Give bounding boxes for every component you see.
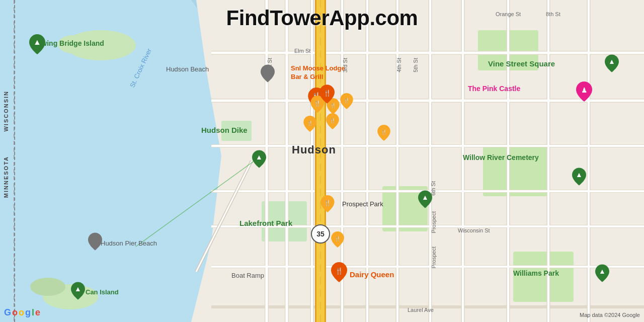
svg-text:35: 35 — [316, 230, 325, 238]
svg-text:🍴: 🍴 — [344, 98, 350, 104]
marker-dairy-queen[interactable]: 🍴 — [331, 262, 347, 285]
svg-rect-11 — [262, 201, 307, 242]
label-wisconsin-st: Wisconsin St — [458, 227, 490, 233]
label-swing-bridge-island: Swing Bridge Island — [37, 39, 104, 47]
svg-line-54 — [136, 161, 254, 247]
map-data-credit: Map data ©2024 Google — [580, 312, 640, 318]
svg-rect-48 — [315, 0, 326, 322]
marker-hudson-beach[interactable] — [261, 64, 275, 85]
marker-can-island[interactable]: ▲ — [71, 282, 85, 302]
svg-text:▲: ▲ — [256, 153, 263, 161]
svg-point-4 — [58, 35, 88, 53]
marker-food-7[interactable]: 🍴 — [377, 125, 390, 143]
svg-line-52 — [196, 161, 252, 272]
svg-text:🍴: 🍴 — [307, 120, 313, 126]
marker-snl-moose-2[interactable]: 🍴 — [319, 85, 335, 106]
marker-prospect-park[interactable]: ▲ — [418, 190, 432, 210]
marker-food-3[interactable]: 🍴 — [340, 93, 353, 111]
marker-food-4[interactable]: 🍴 — [303, 116, 316, 134]
map-container[interactable]: 35 FindTowerApp.com WISCONSIN MINNESOTA … — [0, 0, 644, 322]
label-elm-st: Elm St — [294, 48, 310, 54]
svg-text:🍴: 🍴 — [324, 89, 332, 97]
svg-text:▲: ▲ — [33, 38, 41, 46]
state-border — [14, 0, 15, 322]
label-the-pink-castle: The Pink Castle — [468, 85, 520, 93]
label-willow-river-cemetery: Willow River Cemetery — [463, 153, 539, 162]
label-prospect-park: Prospect Park — [342, 200, 383, 208]
label-vine-street-square: Vine Street Square — [488, 59, 555, 68]
svg-text:▲: ▲ — [74, 285, 82, 293]
svg-point-3 — [65, 30, 136, 60]
marker-food-lakefront2[interactable]: 🍴 — [331, 231, 344, 250]
label-hudson-pier-beach: Hudson Pier Beach — [101, 239, 157, 247]
label-8th-st: 8th St — [546, 11, 560, 17]
marker-hudson-dike[interactable]: ▲ — [252, 150, 266, 170]
label-4th-st: 4th St — [396, 58, 402, 72]
state-label-wisconsin: WISCONSIN — [3, 91, 9, 132]
label-snl-moose-lodge: Snl Moose Lodge Bar & Grill — [291, 64, 356, 82]
svg-text:♟: ♟ — [581, 86, 588, 94]
label-st-croix-river: St. Croix River — [128, 47, 153, 89]
label-hudson: Hudson — [292, 143, 336, 156]
label-laurel-ave: Laurel Ave — [408, 307, 434, 313]
label-dairy-queen: Dairy Queen — [350, 270, 394, 279]
svg-text:🍴: 🍴 — [335, 267, 344, 275]
svg-rect-49 — [316, 0, 325, 322]
svg-point-2 — [43, 284, 98, 309]
marker-food-lakefront[interactable]: 🍴 — [320, 195, 335, 214]
label-prospect-rd2: Prospect — [431, 247, 437, 268]
svg-text:▲: ▲ — [599, 267, 606, 275]
svg-text:🍴: 🍴 — [330, 118, 336, 124]
label-prospect-rd: Prospect — [431, 211, 437, 233]
label-lakefront-park: Lakefront Park — [239, 219, 292, 227]
svg-marker-1 — [191, 0, 257, 322]
label-hudson-beach: Hudson Beach — [166, 65, 209, 73]
google-watermark: G o o g l e — [4, 307, 40, 318]
marker-williams-park[interactable]: ▲ — [595, 264, 609, 284]
marker-swing-bridge-island[interactable]: ▲ — [29, 34, 45, 56]
svg-line-51 — [196, 161, 252, 272]
label-hudson-dike: Hudson Dike — [201, 126, 248, 134]
marker-pink-castle[interactable]: ♟ — [576, 82, 592, 104]
svg-rect-7 — [478, 30, 538, 70]
site-title: FindTowerApp.com — [226, 6, 418, 30]
svg-text:🍴: 🍴 — [335, 236, 341, 242]
svg-rect-12 — [221, 121, 252, 141]
state-label-minnesota: MINNESOTA — [3, 156, 9, 198]
marker-vine-street-square[interactable]: ▲ — [605, 54, 619, 74]
svg-text:▲: ▲ — [608, 57, 615, 65]
svg-text:▲: ▲ — [576, 171, 583, 179]
svg-point-5 — [30, 278, 65, 296]
marker-hudson-pier-beach[interactable] — [88, 232, 102, 253]
marker-willow-river-cemetery[interactable]: ▲ — [572, 168, 586, 188]
label-3rd-st: 3rd St — [342, 58, 348, 72]
label-boat-ramp: Boat Ramp — [231, 272, 264, 279]
label-orange-st: Orange St — [496, 11, 521, 17]
marker-food-5[interactable]: 🍴 — [326, 113, 339, 131]
svg-text:▲: ▲ — [422, 193, 429, 201]
label-williams-park: Williams Park — [513, 269, 559, 277]
svg-text:🍴: 🍴 — [324, 199, 331, 206]
svg-rect-9 — [513, 252, 574, 302]
svg-text:🍴: 🍴 — [381, 129, 387, 135]
svg-point-55 — [311, 225, 330, 243]
label-5th-st: 5th St — [413, 58, 419, 72]
label-can-island: Can Island — [86, 288, 119, 296]
svg-rect-8 — [483, 146, 548, 196]
